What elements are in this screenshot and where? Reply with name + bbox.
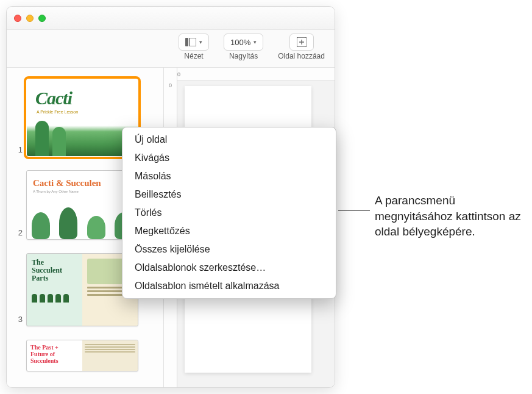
menu-item-paste[interactable]: Beillesztés bbox=[122, 185, 336, 204]
plants-decoration bbox=[27, 204, 138, 239]
view-tool: ▾ Nézet bbox=[179, 34, 209, 60]
add-page-button[interactable] bbox=[289, 34, 314, 51]
page-number: 3 bbox=[13, 315, 23, 326]
cactus-decoration bbox=[27, 126, 138, 156]
menu-item-delete[interactable]: Törlés bbox=[122, 204, 336, 222]
thumbnails-icon bbox=[185, 38, 196, 46]
callout-text: A parancsmenü megnyitásához kattintson a… bbox=[375, 193, 523, 240]
ruler-mark: 0 bbox=[169, 82, 172, 88]
svg-rect-0 bbox=[185, 38, 188, 46]
menu-item-copy[interactable]: Másolás bbox=[122, 167, 336, 185]
close-icon[interactable] bbox=[14, 15, 21, 22]
minimize-icon[interactable] bbox=[26, 15, 34, 22]
view-button[interactable]: ▾ bbox=[179, 34, 209, 51]
svg-rect-1 bbox=[190, 38, 196, 46]
thumb-subtitle: A Prickle Free Lesson bbox=[27, 109, 138, 114]
zoom-value: 100% bbox=[230, 38, 250, 47]
context-menu: Új oldal Kivágás Másolás Beillesztés Tör… bbox=[122, 127, 336, 299]
plus-icon bbox=[297, 37, 307, 47]
icons-decoration bbox=[32, 294, 77, 303]
page-thumbnail-4[interactable]: The Past + Future of Succulents bbox=[26, 340, 138, 371]
zoom-label: Nagyítás bbox=[229, 52, 258, 60]
thumb-right-column bbox=[82, 340, 138, 371]
page-number: 2 bbox=[13, 228, 23, 240]
horizontal-ruler: 0 bbox=[164, 68, 335, 81]
view-label: Nézet bbox=[184, 52, 203, 60]
add-page-label: Oldal hozzáad bbox=[278, 52, 325, 60]
menu-item-edit-templates[interactable]: Oldalsablonok szerkesztése… bbox=[122, 259, 336, 277]
thumb-title-line: The Past + bbox=[30, 344, 79, 351]
zoom-button[interactable]: 100% ▾ bbox=[224, 34, 263, 51]
zoom-tool: 100% ▾ Nagyítás bbox=[224, 34, 263, 60]
titlebar bbox=[7, 7, 335, 30]
chevron-down-icon: ▾ bbox=[199, 39, 202, 45]
callout-line bbox=[338, 210, 370, 211]
menu-item-duplicate[interactable]: Megkettőzés bbox=[122, 222, 336, 240]
add-page-tool: Oldal hozzáad bbox=[278, 34, 325, 60]
window-controls bbox=[14, 15, 46, 22]
thumb-title-line: Parts bbox=[32, 274, 77, 282]
menu-item-cut[interactable]: Kivágás bbox=[122, 149, 336, 167]
thumb-title-line: Succulents bbox=[30, 357, 79, 364]
ruler-mark: 0 bbox=[177, 71, 180, 77]
menu-item-reapply-template[interactable]: Oldalsablon ismételt alkalmazása bbox=[122, 277, 336, 295]
chevron-down-icon: ▾ bbox=[254, 39, 257, 45]
toolbar: ▾ Nézet 100% ▾ Nagyítás Oldal hozzáad bbox=[7, 30, 335, 68]
menu-item-select-all[interactable]: Összes kijelölése bbox=[122, 240, 336, 259]
thumb-subtitle: A Thorn by Any Other Name bbox=[27, 188, 138, 193]
thumbnail-row: 4 The Past + Future of Succulents bbox=[13, 340, 157, 371]
thumb-title-line: Future of bbox=[30, 351, 79, 357]
thumb-title: Cacti bbox=[27, 79, 138, 109]
zoom-window-icon[interactable] bbox=[38, 15, 46, 22]
thumb-title: Cacti & Succulen bbox=[27, 171, 138, 188]
page-number: 1 bbox=[13, 145, 23, 157]
menu-item-new-page[interactable]: Új oldal bbox=[122, 131, 336, 149]
